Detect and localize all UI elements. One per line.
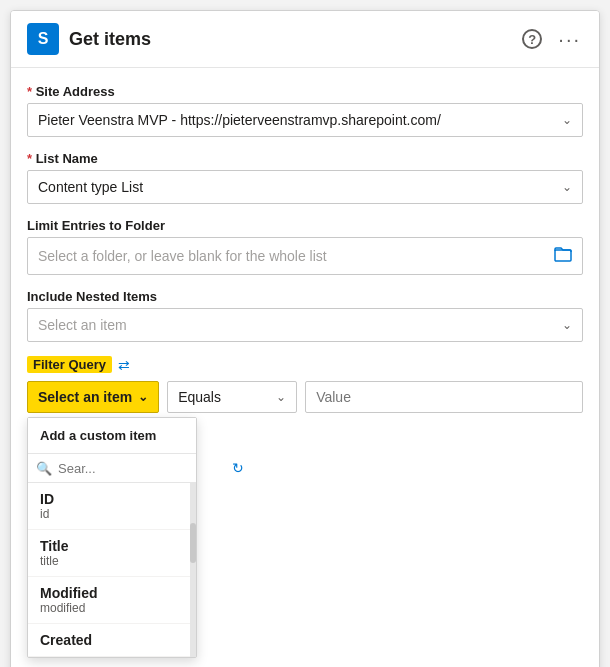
list-item[interactable]: ID id	[28, 483, 196, 530]
filter-row: Select an item ⌄ Equals ⌄	[27, 381, 583, 413]
list-name-value: Content type List	[38, 179, 143, 195]
item-sub-id: id	[40, 507, 184, 521]
item-name-id: ID	[40, 491, 184, 507]
svg-rect-0	[555, 250, 571, 261]
list-name-group: List Name Content type List ⌄	[27, 151, 583, 204]
include-nested-placeholder: Select an item	[38, 317, 127, 333]
list-item[interactable]: Created	[28, 624, 196, 657]
limit-entries-group: Limit Entries to Folder Select a folder,…	[27, 218, 583, 275]
list-item[interactable]: Modified modified	[28, 577, 196, 624]
help-button[interactable]: ?	[520, 27, 544, 51]
search-input[interactable]	[58, 461, 226, 476]
popup-scrollbar-thumb	[190, 523, 196, 563]
limit-entries-dropdown[interactable]: Select a folder, or leave blank for the …	[27, 237, 583, 275]
include-nested-group: Include Nested Items Select an item ⌄	[27, 289, 583, 342]
item-sub-modified: modified	[40, 601, 184, 615]
search-icon: 🔍	[36, 461, 52, 476]
popup-scrollbar[interactable]	[190, 483, 196, 657]
add-custom-item-option[interactable]: Add a custom item	[28, 418, 196, 454]
app-icon: S	[27, 23, 59, 55]
refresh-icon[interactable]: ↻	[232, 460, 244, 476]
panel-title: Get items	[69, 29, 151, 50]
list-name-label: List Name	[27, 151, 583, 166]
item-name-created: Created	[40, 632, 184, 648]
site-address-value: Pieter Veenstra MVP - https://pieterveen…	[38, 112, 441, 128]
include-nested-dropdown[interactable]: Select an item ⌄	[27, 308, 583, 342]
add-custom-item-label: Add a custom item	[40, 428, 156, 443]
popup-items-list: ID id Title title Modified modified Cr	[28, 483, 196, 657]
list-item[interactable]: Title title	[28, 530, 196, 577]
site-address-dropdown[interactable]: Pieter Veenstra MVP - https://pieterveen…	[27, 103, 583, 137]
panel-header: S Get items ? ···	[11, 11, 599, 68]
filter-dropdown-popup: Add a custom item 🔍 ↻ ID id	[27, 417, 197, 658]
include-nested-label: Include Nested Items	[27, 289, 583, 304]
site-address-label: Site Address	[27, 84, 583, 99]
limit-entries-label: Limit Entries to Folder	[27, 218, 583, 233]
header-right: ? ···	[520, 26, 583, 53]
header-left: S Get items	[27, 23, 151, 55]
operator-value: Equals	[178, 389, 221, 405]
list-name-dropdown[interactable]: Content type List ⌄	[27, 170, 583, 204]
search-row: 🔍 ↻	[28, 454, 196, 483]
select-item-chevron-icon: ⌄	[138, 390, 148, 404]
popup-items-container: ID id Title title Modified modified Cr	[28, 483, 196, 657]
site-address-chevron-icon: ⌄	[562, 113, 572, 127]
filter-query-header: Filter Query ⇄	[27, 356, 583, 373]
filter-query-label: Filter Query	[27, 356, 112, 373]
help-icon: ?	[522, 29, 542, 49]
more-icon: ···	[558, 28, 581, 51]
item-name-modified: Modified	[40, 585, 184, 601]
filter-query-group: Filter Query ⇄ Select an item ⌄ Equals ⌄	[27, 356, 583, 658]
more-options-button[interactable]: ···	[556, 26, 583, 53]
select-item-button[interactable]: Select an item ⌄	[27, 381, 159, 413]
include-nested-chevron-icon: ⌄	[562, 318, 572, 332]
swap-icon[interactable]: ⇄	[118, 357, 130, 373]
select-item-label: Select an item	[38, 389, 132, 405]
list-name-chevron-icon: ⌄	[562, 180, 572, 194]
folder-icon	[554, 246, 572, 262]
item-sub-title: title	[40, 554, 184, 568]
site-address-group: Site Address Pieter Veenstra MVP - https…	[27, 84, 583, 137]
main-panel: S Get items ? ··· Site Address Pieter Ve…	[10, 10, 600, 667]
limit-entries-placeholder: Select a folder, or leave blank for the …	[38, 248, 327, 264]
operator-chevron-icon: ⌄	[276, 390, 286, 404]
item-name-title: Title	[40, 538, 184, 554]
panel-body: Site Address Pieter Veenstra MVP - https…	[11, 68, 599, 667]
operator-dropdown[interactable]: Equals ⌄	[167, 381, 297, 413]
folder-icon-button[interactable]	[554, 246, 572, 266]
value-input[interactable]	[305, 381, 583, 413]
